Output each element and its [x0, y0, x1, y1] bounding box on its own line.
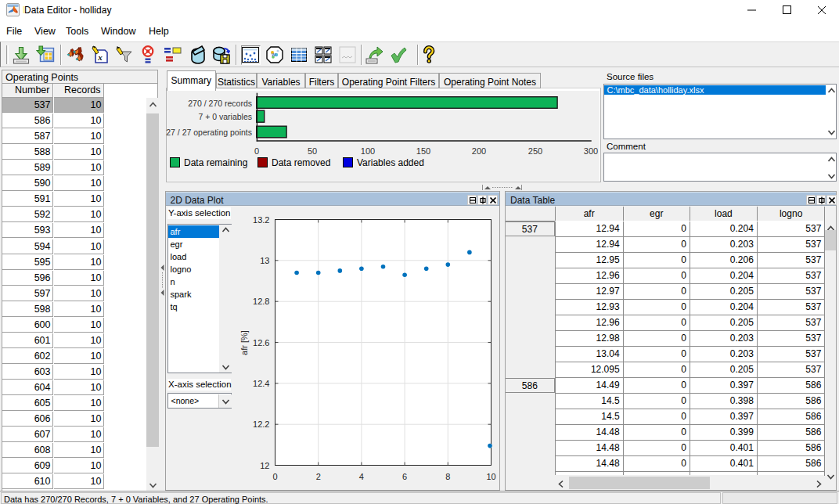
svg-text:13.2: 13.2 — [253, 215, 269, 225]
svg-text:12: 12 — [260, 461, 269, 470]
svg-text:10: 10 — [486, 472, 495, 481]
svg-text:x: x — [97, 52, 103, 62]
svg-text:2: 2 — [316, 472, 321, 481]
svg-text:4: 4 — [359, 472, 364, 481]
svg-text:0: 0 — [272, 472, 277, 481]
svg-text:8: 8 — [445, 472, 450, 481]
svg-text:w: w — [271, 52, 276, 57]
svg-text:12.6: 12.6 — [253, 338, 269, 347]
svg-text:12.4: 12.4 — [253, 379, 269, 388]
svg-text:6: 6 — [402, 472, 407, 481]
svg-text:12.8: 12.8 — [253, 297, 269, 306]
svg-text:12.2: 12.2 — [253, 419, 269, 429]
svg-text:13: 13 — [260, 256, 269, 265]
svg-text:afr [%]: afr [%] — [239, 330, 249, 355]
